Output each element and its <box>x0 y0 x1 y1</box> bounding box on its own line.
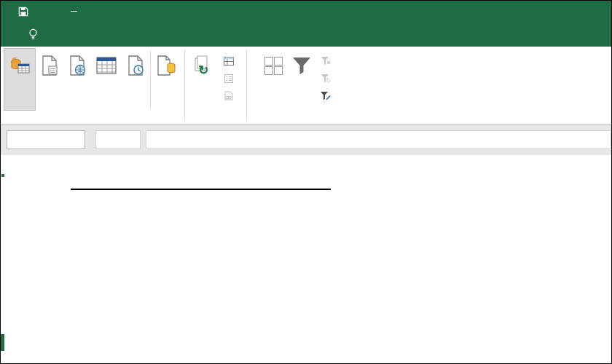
from-web-icon <box>68 52 87 79</box>
refresh-all-icon: ↻ <box>193 52 215 79</box>
titlebar <box>1 1 611 23</box>
edit-links-icon <box>223 91 234 100</box>
existing-connections-icon <box>156 52 176 79</box>
left-edge-green-strip <box>1 334 4 351</box>
ribbon-group-divider <box>246 50 247 121</box>
reapply-filter-icon: ↻ <box>320 74 331 83</box>
formula-bar <box>1 124 611 155</box>
from-table-range-icon <box>95 52 117 79</box>
ribbon-tab-bar <box>1 23 611 47</box>
sort-button[interactable] <box>260 48 287 111</box>
filter-icon <box>291 52 312 79</box>
get-data-label-line2 <box>19 81 20 91</box>
get-data-button[interactable] <box>4 48 36 111</box>
queries-connections-button[interactable] <box>221 53 240 68</box>
queries-connections-icon <box>223 57 234 66</box>
recent-sources-button[interactable] <box>122 48 149 111</box>
svg-text:↻: ↻ <box>198 63 208 76</box>
from-text-csv-icon <box>40 52 59 79</box>
clear-filter-icon <box>320 56 331 66</box>
data-table <box>71 189 331 190</box>
group-label-sort-filter <box>248 111 342 124</box>
filter-button[interactable] <box>287 48 316 111</box>
ribbon: ↻ <box>1 47 611 124</box>
from-table-range-button[interactable] <box>91 48 122 111</box>
qat-more-bar-icon <box>71 11 77 12</box>
clear-filter-button <box>318 53 337 68</box>
ribbon-divider <box>150 51 151 108</box>
sort-ascending-button[interactable] <box>254 54 259 70</box>
existing-connections-button[interactable] <box>152 48 181 111</box>
from-text-csv-button[interactable] <box>36 48 63 111</box>
tell-me-box[interactable] <box>28 23 44 47</box>
group-label-get-transform <box>1 111 184 124</box>
advanced-filter-icon <box>320 91 331 100</box>
refresh-all-label-line2 <box>203 81 205 91</box>
refresh-all-button[interactable]: ↻ <box>189 48 219 111</box>
formula-input[interactable] <box>146 130 611 149</box>
formula-buttons <box>95 130 141 149</box>
get-data-icon <box>8 52 31 79</box>
column-headers <box>1 155 611 173</box>
lightbulb-icon <box>28 28 38 41</box>
properties-button <box>221 71 240 86</box>
advanced-filter-button[interactable] <box>318 88 337 103</box>
sort-descending-button[interactable] <box>254 73 259 89</box>
name-box[interactable] <box>7 130 85 149</box>
properties-icon <box>223 74 234 83</box>
group-get-transform-data <box>1 47 184 124</box>
excel-window: ↻ <box>0 0 612 364</box>
fill-handle[interactable] <box>1 173 5 178</box>
sort-dialog-icon <box>264 52 283 79</box>
svg-text:↻: ↻ <box>326 77 331 83</box>
recent-sources-icon <box>126 52 145 79</box>
ribbon-group-divider <box>184 50 185 121</box>
group-queries-connections: ↻ <box>186 47 246 124</box>
from-web-button[interactable] <box>63 48 91 111</box>
reapply-filter-button: ↻ <box>318 71 337 86</box>
edit-links-button <box>221 88 240 103</box>
group-sort-filter: ↻ <box>248 47 342 124</box>
group-label-queries-connections <box>186 111 246 124</box>
customize-quick-access-toolbar-button[interactable] <box>71 11 77 12</box>
save-icon[interactable] <box>18 7 28 17</box>
spreadsheet <box>1 155 611 364</box>
selection-outline <box>1 173 4 176</box>
